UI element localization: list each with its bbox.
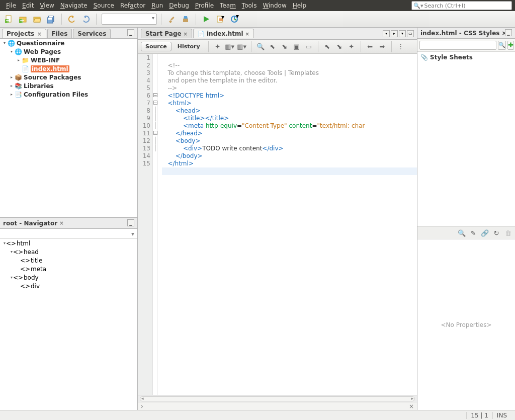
nav-title[interactable]: title bbox=[31, 257, 42, 264]
close-icon[interactable]: × bbox=[37, 31, 41, 37]
tab-services[interactable]: Services bbox=[73, 29, 111, 38]
nav-div[interactable]: div bbox=[31, 283, 40, 290]
editor-hscroll[interactable] bbox=[138, 395, 417, 402]
tab-files[interactable]: Files bbox=[47, 29, 72, 38]
maximize-editor-button[interactable]: ▭ bbox=[407, 30, 414, 37]
new-file-button[interactable]: + bbox=[3, 13, 15, 25]
link-icon[interactable]: 🔗 bbox=[480, 228, 490, 238]
menu-run[interactable]: Run bbox=[148, 0, 166, 11]
webpages-node[interactable]: Web Pages bbox=[24, 48, 61, 55]
navigator-view-combo[interactable]: ▾ bbox=[0, 229, 137, 239]
menu-profile[interactable]: Profile bbox=[192, 0, 217, 11]
libraries-node[interactable]: Libraries bbox=[24, 82, 54, 90]
menu-refactor[interactable]: Refactor bbox=[117, 0, 148, 11]
scroll-tabs-left-button[interactable]: ◂ bbox=[383, 30, 390, 37]
editor-breadcrumb[interactable]: ›× bbox=[138, 402, 417, 410]
find-prev-button[interactable]: ⬉ bbox=[268, 42, 278, 52]
insert-mode[interactable]: INS bbox=[492, 412, 511, 419]
toggle-highlight-button[interactable]: ▣ bbox=[292, 42, 302, 52]
menu-view[interactable]: View bbox=[37, 0, 57, 11]
code-editor[interactable]: 123456789101112131415 ⊟⊟│││⊟││ <!-- To c… bbox=[138, 54, 417, 395]
save-all-button[interactable] bbox=[45, 13, 57, 25]
nav-body[interactable]: body bbox=[24, 274, 39, 281]
src-packages-node[interactable]: Source Packages bbox=[24, 74, 81, 81]
nav-html[interactable]: html bbox=[17, 240, 30, 247]
webinf-node[interactable]: WEB-INF bbox=[31, 57, 60, 64]
delete-icon[interactable]: 🗑 bbox=[503, 228, 513, 238]
minimize-panel-button[interactable]: ▁ bbox=[127, 219, 134, 226]
tab-projects[interactable]: Projects× bbox=[2, 29, 46, 38]
menu-window[interactable]: Window bbox=[260, 0, 289, 11]
shift-left-button[interactable]: ⬅ bbox=[365, 42, 375, 52]
search-input[interactable] bbox=[424, 3, 510, 9]
svg-rect-12 bbox=[183, 19, 188, 22]
menu-source[interactable]: Source bbox=[91, 0, 117, 11]
style-sheets-node[interactable]: Style Sheets bbox=[430, 54, 473, 61]
clean-build-button[interactable] bbox=[180, 13, 192, 25]
run-button[interactable] bbox=[200, 13, 212, 25]
navigator-tree[interactable]: ▾<>html ▾<>head <>title <>meta ▾<>body bbox=[0, 239, 137, 410]
filter-icon[interactable]: 🔍 bbox=[498, 41, 506, 50]
index-file-node[interactable]: index.html bbox=[31, 65, 69, 72]
svg-text:▾: ▾ bbox=[221, 15, 224, 21]
menu-team[interactable]: Team bbox=[217, 0, 239, 11]
quick-search[interactable]: 🔍▾ bbox=[411, 1, 512, 10]
menu-debug[interactable]: Debug bbox=[166, 0, 192, 11]
next-bookmark-button[interactable]: ⬊ bbox=[334, 42, 345, 52]
find-selection-button[interactable]: 🔍 bbox=[255, 42, 266, 52]
find-next-button[interactable]: ⬊ bbox=[280, 42, 290, 52]
refresh-icon[interactable]: ↻ bbox=[491, 228, 501, 238]
menu-edit[interactable]: Edit bbox=[19, 0, 37, 11]
tab-start-page[interactable]: Start Page× bbox=[141, 29, 192, 38]
close-icon[interactable]: × bbox=[184, 31, 188, 37]
css-filter-input[interactable] bbox=[419, 41, 496, 50]
new-project-button[interactable]: + bbox=[17, 13, 29, 25]
undo-button[interactable] bbox=[66, 13, 78, 25]
line-number-gutter[interactable]: 123456789101112131415 bbox=[138, 54, 153, 395]
shift-right-button[interactable]: ➡ bbox=[377, 42, 387, 52]
redo-button[interactable] bbox=[80, 13, 92, 25]
menu-help[interactable]: Help bbox=[290, 0, 309, 11]
find-icon[interactable]: 🔍 bbox=[457, 228, 467, 238]
nav-meta[interactable]: meta bbox=[31, 266, 46, 273]
toggle-bookmark-button[interactable]: ✦ bbox=[347, 42, 357, 52]
minimize-panel-button[interactable]: ▁ bbox=[505, 29, 512, 36]
minimize-panel-button[interactable]: ▁ bbox=[127, 29, 134, 36]
new-rule-button[interactable]: ✚ bbox=[507, 41, 514, 50]
css-properties-panel: <No Properties> bbox=[417, 239, 515, 410]
nav-head[interactable]: head bbox=[24, 248, 39, 256]
close-icon[interactable]: × bbox=[409, 403, 414, 410]
debug-button[interactable]: ≡▾ bbox=[214, 13, 226, 25]
css-props-toolbar: 🔍 ✎ 🔗 ↻ 🗑 bbox=[417, 226, 515, 239]
menu-file[interactable]: File bbox=[3, 0, 19, 11]
code-content[interactable]: <!-- To change this template, choose Too… bbox=[158, 54, 417, 395]
config-files-node[interactable]: Configuration Files bbox=[24, 91, 88, 98]
source-view-button[interactable]: Source bbox=[141, 42, 171, 51]
build-button[interactable] bbox=[165, 13, 178, 25]
prev-bookmark-button[interactable]: ⬉ bbox=[322, 42, 332, 52]
no-properties-label: <No Properties> bbox=[441, 321, 492, 328]
open-project-button[interactable] bbox=[31, 13, 43, 25]
edit-rule-button[interactable]: ✎ bbox=[468, 228, 478, 238]
toggle-rect-select-button[interactable]: ▭ bbox=[304, 42, 314, 52]
fold-gutter[interactable]: ⊟⊟│││⊟││ bbox=[153, 54, 158, 395]
cursor-position: 15 | 1 bbox=[466, 412, 492, 419]
menu-navigate[interactable]: Navigate bbox=[57, 0, 91, 11]
projects-tree[interactable]: ▾🌐Questionnaire ▾🌐Web Pages ▸📁WEB-INF 📄i… bbox=[0, 39, 137, 217]
config-combo[interactable] bbox=[102, 14, 157, 25]
forward-button[interactable]: ▥▾ bbox=[237, 42, 247, 52]
history-view-button[interactable]: History bbox=[174, 42, 204, 51]
tag-icon: <> bbox=[7, 239, 15, 247]
back-button[interactable]: ▥▾ bbox=[225, 42, 235, 52]
editor-sub-toolbar: Source History ✦ ▥▾ ▥▾ 🔍 ⬉ ⬊ ▣ ▭ ⬉ ⬊ ✦ ⬅… bbox=[138, 40, 417, 54]
scroll-tabs-right-button[interactable]: ▸ bbox=[391, 30, 398, 37]
show-opened-docs-button[interactable]: ▾ bbox=[399, 30, 406, 37]
profile-button[interactable]: ▾ bbox=[228, 13, 240, 25]
close-icon[interactable]: × bbox=[245, 31, 249, 37]
project-node[interactable]: Questionnaire bbox=[17, 40, 64, 47]
close-icon[interactable]: × bbox=[59, 220, 63, 226]
tab-index-html[interactable]: 📄index.html× bbox=[193, 29, 254, 38]
menu-tools[interactable]: Tools bbox=[239, 0, 260, 11]
more-editor-actions-button[interactable]: ⋮ bbox=[396, 42, 406, 52]
last-edit-button[interactable]: ✦ bbox=[213, 42, 223, 52]
